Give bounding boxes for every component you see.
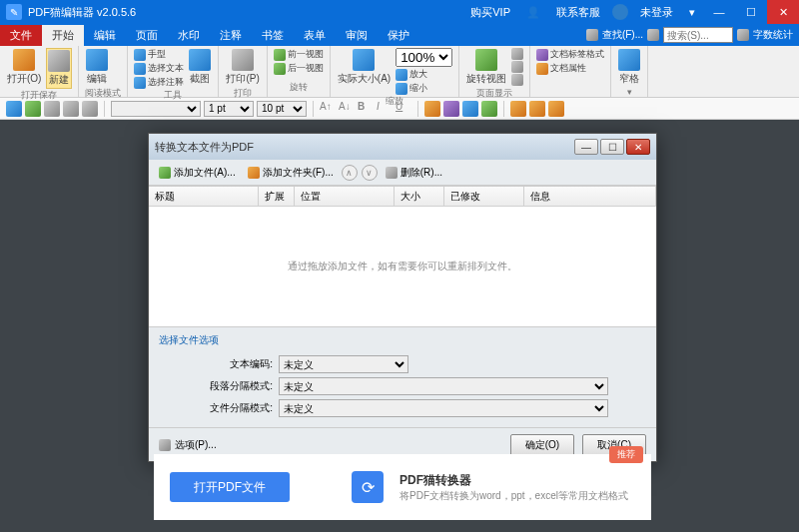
- group-print: 打印: [225, 87, 260, 101]
- paragraph-label: 段落分隔模式:: [159, 379, 279, 393]
- menu-edit[interactable]: 编辑: [84, 25, 126, 46]
- prev-icon: [274, 49, 286, 61]
- rotate-view[interactable]: 旋转视图: [465, 48, 507, 87]
- italic-icon[interactable]: I: [377, 101, 393, 117]
- wordcount-icon: [737, 29, 749, 41]
- color4-icon[interactable]: [481, 101, 497, 117]
- move-down-button[interactable]: ∨: [362, 165, 378, 181]
- edit-button[interactable]: 编辑: [85, 48, 109, 87]
- font-dec-icon[interactable]: A↓: [339, 101, 355, 117]
- color1-icon[interactable]: [424, 101, 440, 117]
- group-rotate: 旋转: [274, 81, 324, 95]
- find-link[interactable]: 查找(F)...: [602, 28, 643, 42]
- maximize-button[interactable]: ☐: [735, 0, 767, 24]
- menu-review[interactable]: 审阅: [336, 25, 378, 46]
- open-pdf-button[interactable]: 打开PDF文件: [170, 472, 290, 502]
- group-read: 阅读模式: [85, 87, 121, 101]
- wordcount-link[interactable]: 字数统计: [753, 28, 793, 42]
- split-select[interactable]: 未定义: [279, 399, 608, 417]
- ok-button[interactable]: 确定(O): [510, 434, 574, 456]
- menu-file[interactable]: 文件: [0, 25, 42, 46]
- close-button[interactable]: ✕: [767, 0, 799, 24]
- encoding-label: 文本编码:: [159, 357, 279, 371]
- dialog-toolbar: 添加文件(A)... 添加文件夹(F)... ∧ ∨ 删除(R)...: [149, 160, 656, 186]
- col-size[interactable]: 大小: [395, 187, 444, 206]
- menu-bookmark[interactable]: 书签: [252, 25, 294, 46]
- color3-icon[interactable]: [462, 101, 478, 117]
- bold-icon[interactable]: B: [358, 101, 374, 117]
- zoom-in[interactable]: 放大: [396, 68, 452, 81]
- textbox-icon[interactable]: [510, 101, 526, 117]
- dialog-max-button[interactable]: ☐: [600, 139, 624, 155]
- line-width-1[interactable]: 1 pt: [204, 101, 254, 117]
- open-button[interactable]: 打开(O): [6, 48, 42, 87]
- col-mod[interactable]: 已修改: [444, 187, 524, 206]
- line-width-2[interactable]: 10 pt: [257, 101, 307, 117]
- group-props: [536, 84, 604, 95]
- zoom-out[interactable]: 缩小: [396, 82, 452, 95]
- support-link[interactable]: 联系客服: [552, 5, 604, 20]
- paragraph-select[interactable]: 未定义: [279, 377, 608, 395]
- select-text[interactable]: 选择文本: [134, 62, 184, 75]
- new-button[interactable]: 新建: [46, 48, 72, 89]
- dialog-titlebar[interactable]: 转换文本文件为PDF — ☐ ✕: [149, 134, 656, 160]
- highlight-icon[interactable]: [529, 101, 545, 117]
- tag-icon: [536, 49, 548, 61]
- underline-icon[interactable]: U: [396, 101, 411, 117]
- add-file-button[interactable]: 添加文件(A)...: [155, 164, 240, 182]
- next-view[interactable]: 后一视图: [274, 62, 324, 75]
- search-input[interactable]: [663, 27, 733, 43]
- actual-size[interactable]: 实际大小(A): [337, 48, 392, 87]
- zoom-select[interactable]: 100%: [396, 48, 452, 67]
- options-button[interactable]: 选项(P)...: [159, 438, 217, 452]
- tag-format[interactable]: 文档标签格式: [536, 48, 604, 61]
- options-section-title: 选择文件选项: [159, 333, 646, 347]
- tb-print-icon[interactable]: [44, 101, 60, 117]
- dialog-min-button[interactable]: —: [574, 139, 598, 155]
- menu-protect[interactable]: 保护: [378, 25, 419, 46]
- minimize-button[interactable]: —: [703, 0, 735, 24]
- search-icon: [647, 29, 659, 41]
- menu-watermark[interactable]: 水印: [168, 25, 210, 46]
- tb-undo-icon[interactable]: [63, 101, 79, 117]
- hand-tool[interactable]: 手型: [134, 48, 184, 61]
- add-folder-button[interactable]: 添加文件夹(F)...: [244, 164, 338, 182]
- menu-form[interactable]: 表单: [294, 25, 336, 46]
- tb-save-icon[interactable]: [25, 101, 41, 117]
- print-button[interactable]: 打印(P): [225, 48, 260, 87]
- col-loc[interactable]: 位置: [295, 187, 395, 206]
- split-label: 文件分隔模式:: [159, 401, 279, 415]
- note-icon[interactable]: [548, 101, 564, 117]
- hand-icon: [134, 49, 146, 61]
- encoding-select[interactable]: 未定义: [279, 355, 408, 373]
- next-icon: [274, 63, 286, 75]
- tb-globe-icon[interactable]: [6, 101, 22, 117]
- prev-view[interactable]: 前一视图: [274, 48, 324, 61]
- col-ext[interactable]: 扩展: [259, 187, 295, 206]
- login-dropdown-icon[interactable]: ▾: [685, 6, 699, 19]
- delete-button[interactable]: 删除(R)...: [382, 164, 446, 182]
- snapshot-button[interactable]: 截图: [188, 48, 212, 87]
- buy-vip-link[interactable]: 购买VIP: [466, 5, 514, 20]
- zoomin-icon: [396, 69, 407, 81]
- narrow-button[interactable]: 窄格: [617, 48, 641, 87]
- col-title[interactable]: 标题: [149, 187, 259, 206]
- selectnote-icon: [134, 77, 146, 89]
- group-pagedisp: 页面显示: [465, 87, 523, 101]
- col-info[interactable]: 信息: [524, 187, 656, 206]
- menu-start[interactable]: 开始: [42, 25, 84, 46]
- menu-page[interactable]: 页面: [126, 25, 168, 46]
- tb-redo-icon[interactable]: [82, 101, 98, 117]
- login-status[interactable]: 未登录: [636, 5, 677, 20]
- list-header: 标题 扩展 位置 大小 已修改 信息: [149, 187, 656, 207]
- props-icon: [536, 63, 548, 75]
- dialog-close-button[interactable]: ✕: [626, 139, 650, 155]
- doc-props[interactable]: 文档属性: [536, 62, 604, 75]
- font-family-select[interactable]: [111, 101, 201, 117]
- ribbon: 打开(O) 新建 打开保存 编辑 阅读模式 手型 选择文本 选择注释 截图 工具…: [0, 46, 799, 98]
- menu-annotate[interactable]: 注释: [210, 25, 252, 46]
- font-inc-icon[interactable]: A↑: [320, 101, 336, 117]
- select-note[interactable]: 选择注释: [134, 76, 184, 89]
- color2-icon[interactable]: [443, 101, 459, 117]
- move-up-button[interactable]: ∧: [342, 165, 358, 181]
